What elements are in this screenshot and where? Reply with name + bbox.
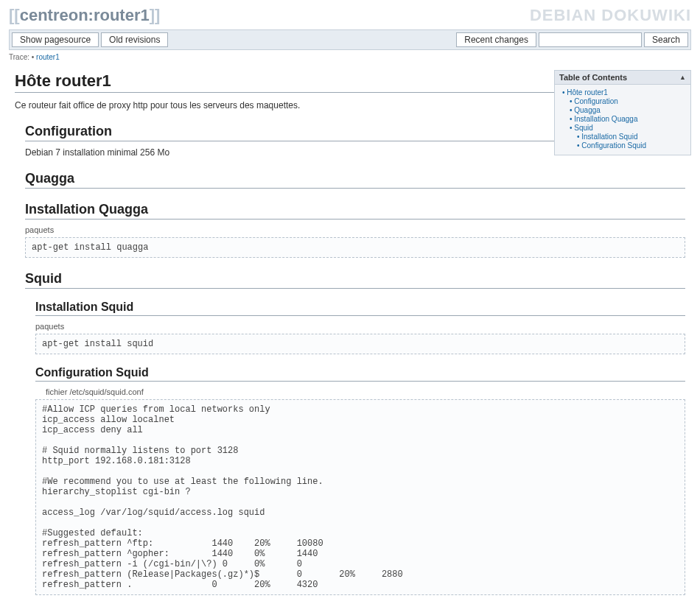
code-block: apt-get install quagga [25,237,685,258]
heading-config-squid: Configuration Squid [35,366,685,382]
code-caption: paquets [25,225,685,234]
toc-item: Configuration [570,97,686,105]
show-pagesource-button[interactable]: Show pagesource [12,32,99,47]
toc-link[interactable]: Installation Quagga [574,115,637,123]
toc-header[interactable]: Table of Contents ▲ [555,71,690,85]
trace-link[interactable]: router1 [36,53,60,61]
toc-link[interactable]: Installation Squid [581,133,637,141]
site-brand: DEBIAN DOKUWIKI [530,6,691,25]
code-block: apt-get install squid [35,334,685,354]
toc-link[interactable]: Configuration [574,97,617,105]
heading-install-squid: Installation Squid [35,301,685,316]
toc-link[interactable]: Configuration Squid [581,141,646,150]
action-toolbar: Show pagesource Old revisions Recent cha… [9,29,691,50]
breadcrumb: Trace: • router1 [9,52,691,66]
toc-link[interactable]: Quagga [574,106,601,114]
toc-item: Installation Squid [577,133,686,141]
toc-item: Configuration Squid [577,141,686,150]
bracket-open: [[ [9,6,20,24]
code-caption: paquets [35,322,685,331]
trace-sep: • [32,53,35,61]
recent-changes-button[interactable]: Recent changes [456,32,536,47]
bracket-close: ]] [150,6,161,24]
toc-item: Quagga [570,106,686,114]
table-of-contents: Table of Contents ▲ Hôte router1 Configu… [554,70,691,155]
toc-item: Installation Quagga [570,115,686,123]
toc-link[interactable]: Hôte router1 [567,88,608,96]
heading-quagga: Quagga [25,171,685,189]
toc-title: Table of Contents [559,73,627,82]
wiki-page-path: [[centreon:router1]] [9,6,160,25]
trace-label: Trace: [9,53,29,61]
toc-item: Hôte router1 Configuration Quagga Instal… [562,88,686,150]
toc-link[interactable]: Squid [574,124,593,132]
old-revisions-button[interactable]: Old revisions [101,32,168,47]
heading-squid: Squid [25,271,685,289]
search-button[interactable]: Search [644,32,688,47]
heading-install-quagga: Installation Quagga [25,202,685,220]
code-caption: fichier /etc/squid/squid.conf [46,387,685,396]
toc-item: Squid Installation Squid Configuration S… [570,124,686,150]
code-block: #Allow ICP queries from local networks o… [35,399,685,595]
chevron-up-icon: ▲ [679,74,686,81]
page-path-text: centreon:router1 [20,6,150,24]
search-input[interactable] [539,32,642,47]
